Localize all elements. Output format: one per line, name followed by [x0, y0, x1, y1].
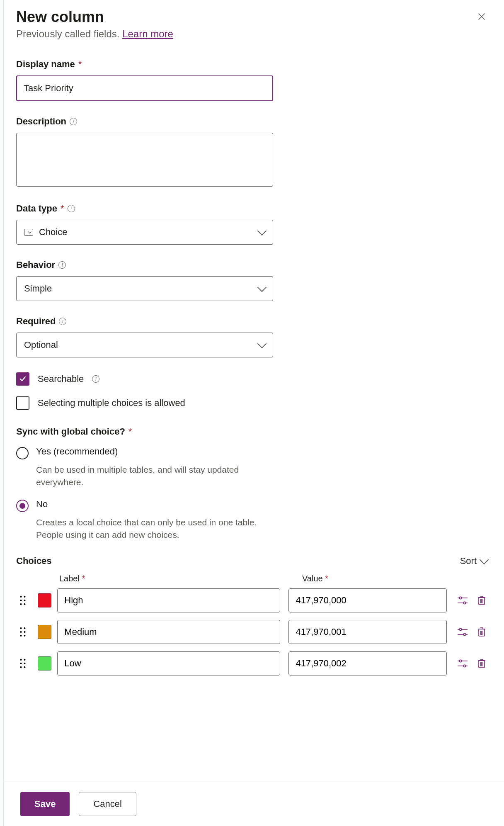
color-swatch[interactable]	[38, 625, 51, 639]
sync-no-label: No	[36, 499, 48, 510]
svg-point-28	[20, 659, 22, 661]
choice-label-input[interactable]	[57, 588, 280, 612]
svg-point-3	[24, 600, 25, 601]
color-swatch[interactable]	[38, 593, 51, 607]
sync-yes-description: Can be used in multiple tables, and will…	[36, 464, 272, 489]
choice-value-input[interactable]	[288, 651, 447, 675]
behavior-value: Simple	[24, 283, 52, 294]
svg-point-21	[459, 628, 461, 630]
drag-handle-icon[interactable]	[16, 658, 38, 668]
delete-icon[interactable]	[476, 595, 487, 606]
choice-row	[16, 588, 487, 612]
sync-yes-label: Yes (recommended)	[36, 446, 118, 457]
behavior-select[interactable]: Simple	[16, 276, 273, 301]
close-button[interactable]	[476, 11, 487, 22]
searchable-checkbox[interactable]	[16, 372, 29, 386]
learn-more-link[interactable]: Learn more	[122, 28, 173, 39]
svg-point-5	[24, 603, 25, 605]
svg-point-4	[20, 603, 22, 605]
new-column-panel: New column Previously called fields. Lea…	[3, 0, 504, 826]
chevron-down-icon	[257, 283, 267, 292]
choice-value-input[interactable]	[288, 620, 447, 644]
choice-type-icon	[24, 229, 33, 236]
save-button[interactable]: Save	[20, 792, 70, 816]
choices-heading: Choices	[16, 556, 52, 566]
settings-icon[interactable]	[457, 658, 468, 669]
svg-point-1	[24, 596, 25, 598]
sync-no-radio[interactable]	[16, 500, 29, 512]
svg-point-35	[459, 660, 461, 662]
info-icon[interactable]: i	[92, 375, 99, 383]
delete-icon[interactable]	[476, 626, 487, 638]
searchable-label: Searchable	[38, 374, 84, 384]
panel-footer: Save Cancel	[4, 782, 504, 826]
choices-table-header: Label * Value *	[16, 574, 487, 583]
svg-point-33	[24, 666, 25, 668]
choice-row	[16, 651, 487, 675]
cancel-button[interactable]: Cancel	[79, 792, 136, 816]
description-input[interactable]	[16, 133, 273, 187]
color-swatch[interactable]	[38, 656, 51, 671]
chevron-down-icon	[480, 555, 489, 564]
settings-icon[interactable]	[457, 626, 468, 638]
data-type-value: Choice	[39, 227, 67, 238]
svg-point-16	[20, 631, 22, 633]
svg-point-18	[20, 635, 22, 637]
info-icon[interactable]: i	[68, 205, 75, 212]
choice-value-input[interactable]	[288, 588, 447, 612]
svg-point-0	[20, 596, 22, 598]
choices-list	[16, 588, 487, 675]
data-type-label: Data type* i	[16, 203, 487, 214]
svg-point-15	[24, 627, 25, 629]
sort-button[interactable]: Sort	[460, 556, 487, 566]
data-type-select[interactable]: Choice	[16, 220, 273, 245]
required-select[interactable]: Optional	[16, 333, 273, 357]
svg-point-29	[24, 659, 25, 661]
drag-handle-icon[interactable]	[16, 627, 38, 637]
choice-row	[16, 620, 487, 644]
info-icon[interactable]: i	[70, 118, 77, 125]
description-label: Description i	[16, 116, 487, 127]
multi-select-checkbox[interactable]	[16, 396, 29, 410]
info-icon[interactable]: i	[59, 318, 66, 325]
sync-yes-radio[interactable]	[16, 447, 29, 459]
svg-point-2	[20, 600, 22, 601]
chevron-down-icon	[257, 339, 267, 349]
svg-point-17	[24, 631, 25, 633]
svg-point-14	[20, 627, 22, 629]
delete-icon[interactable]	[476, 658, 487, 669]
svg-point-9	[463, 602, 465, 604]
sync-no-description: Creates a local choice that can only be …	[36, 516, 272, 542]
svg-point-37	[463, 665, 465, 667]
svg-point-19	[24, 635, 25, 637]
svg-point-7	[459, 597, 461, 599]
display-name-input[interactable]	[16, 75, 273, 101]
sync-question-label: Sync with global choice?*	[16, 426, 487, 437]
required-label: Required i	[16, 316, 487, 327]
svg-point-30	[20, 663, 22, 664]
choice-label-input[interactable]	[57, 620, 280, 644]
svg-point-23	[463, 633, 465, 635]
svg-point-31	[24, 663, 25, 664]
behavior-label: Behavior i	[16, 260, 487, 270]
sort-label: Sort	[460, 556, 477, 566]
panel-subtitle: Previously called fields. Learn more	[16, 28, 173, 40]
choice-label-input[interactable]	[57, 651, 280, 675]
chevron-down-icon	[257, 226, 267, 236]
info-icon[interactable]: i	[58, 261, 66, 269]
required-value: Optional	[24, 340, 58, 350]
multi-select-label: Selecting multiple choices is allowed	[38, 398, 185, 408]
display-name-label: Display name*	[16, 59, 487, 70]
settings-icon[interactable]	[457, 595, 468, 606]
drag-handle-icon[interactable]	[16, 595, 38, 605]
subtitle-text: Previously called fields.	[16, 28, 122, 39]
svg-point-32	[20, 666, 22, 668]
panel-title: New column	[16, 8, 173, 26]
